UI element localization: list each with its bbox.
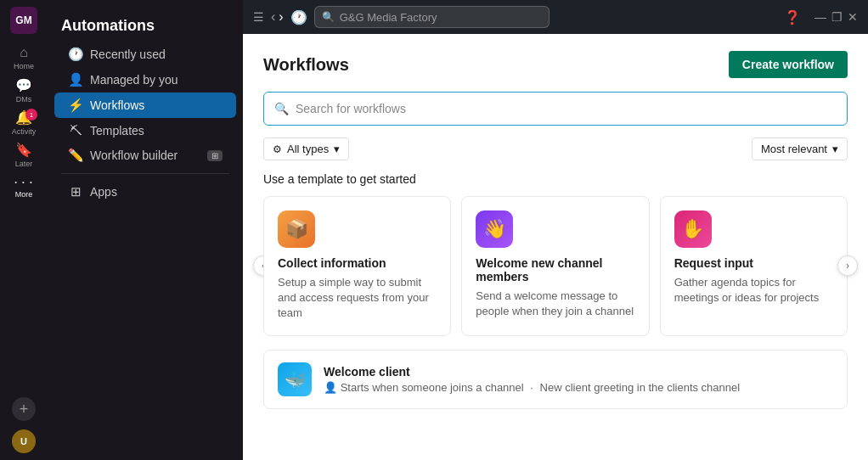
search-bar[interactable]: 🔍 G&G Media Factory: [314, 6, 550, 28]
main-area: ☰ ‹ › 🕐 🔍 G&G Media Factory ❓ — ❐ ✕ Work…: [243, 0, 868, 460]
workflows-content: Workflows Create workflow 🔍 ⚙ All types …: [243, 34, 868, 460]
dms-label: DMs: [16, 95, 32, 104]
welcome-members-title: Welcome new channel members: [476, 256, 634, 283]
create-workflow-button[interactable]: Create workflow: [729, 51, 848, 78]
collect-info-title: Collect information: [278, 256, 437, 270]
later-label: Later: [15, 160, 33, 168]
recently-used-label: Recently used: [90, 48, 223, 61]
home-label: Home: [14, 62, 34, 70]
history-icon[interactable]: 🕐: [290, 9, 307, 25]
collect-info-desc: Setup a simple way to submit and access …: [278, 275, 437, 322]
sidebar-item-managed-by-you[interactable]: 👤 Managed by you: [54, 67, 236, 93]
minimize-icon[interactable]: —: [814, 10, 826, 24]
window-controls: — ❐ ✕: [814, 10, 858, 24]
clock-icon: 🕐: [68, 47, 83, 62]
request-input-icon: ✋: [674, 210, 712, 248]
sidebar-item-more[interactable]: ··· More: [8, 171, 39, 202]
top-bar: ☰ ‹ › 🕐 🔍 G&G Media Factory ❓ — ❐ ✕: [243, 0, 868, 34]
apps-grid-icon: ⊞: [68, 184, 83, 199]
filter-label: All types: [287, 143, 329, 155]
templates-label: Templates: [90, 124, 223, 137]
search-icon: 🔍: [322, 11, 335, 23]
close-icon[interactable]: ✕: [848, 10, 858, 24]
search-workflows-input-container[interactable]: 🔍: [263, 92, 848, 126]
person-icon: 👤: [68, 72, 83, 87]
workflows-list: 🐳 Welcome client 👤 Starts when someone j…: [263, 350, 848, 409]
relevance-sort-button[interactable]: Most relevant ▾: [752, 137, 848, 160]
workflow-item-welcome-client[interactable]: 🐳 Welcome client 👤 Starts when someone j…: [263, 350, 848, 409]
dms-icon: 💬: [15, 77, 32, 93]
sidebar-title: Automations: [48, 7, 243, 42]
template-card-welcome-members[interactable]: 👋 Welcome new channel members Send a wel…: [461, 196, 649, 336]
page-title: Workflows: [263, 55, 349, 75]
more-label: More: [15, 190, 33, 199]
sidebar-item-templates[interactable]: ⛏ Templates: [54, 118, 236, 143]
later-icon: 🔖: [15, 142, 32, 158]
add-workspace-button[interactable]: +: [12, 397, 36, 421]
home-icon: ⌂: [20, 45, 28, 60]
thin-navigation: GM ⌂ Home 💬 DMs 🔔 1 Activity 🔖 Later ···…: [0, 0, 48, 460]
filter-chevron-icon: ▾: [334, 143, 340, 155]
workflow-builder-badge: ⊞: [207, 150, 223, 161]
welcome-client-desc: 👤 Starts when someone joins a channel · …: [324, 381, 833, 394]
request-input-desc: Gather agenda topics for meetings or ide…: [674, 275, 833, 306]
workspace-avatar[interactable]: GM: [10, 7, 37, 34]
relevance-chevron-icon: ▾: [832, 143, 838, 155]
relevance-label: Most relevant: [761, 143, 827, 155]
template-section-title: Use a template to get started: [263, 172, 848, 186]
sidebar-item-apps[interactable]: ⊞ Apps: [54, 179, 236, 205]
templates-grid: 📦 Collect information Setup a simple way…: [263, 196, 848, 336]
content-header: Workflows Create workflow: [263, 51, 848, 78]
welcome-client-info: Welcome client 👤 Starts when someone joi…: [324, 365, 833, 394]
separator-dot: ·: [530, 381, 533, 394]
sidebar-item-home[interactable]: ⌂ Home: [8, 42, 39, 73]
more-icon: ···: [13, 176, 35, 188]
search-workflows-input[interactable]: [296, 102, 837, 115]
welcome-client-trigger: Starts when someone joins a channel: [341, 381, 524, 394]
sidebar-item-later[interactable]: 🔖 Later: [8, 139, 39, 170]
templates-wrapper: ‹ 📦 Collect information Setup a simple w…: [263, 196, 848, 336]
sidebar-item-dms[interactable]: 💬 DMs: [8, 75, 39, 105]
template-card-collect-info[interactable]: 📦 Collect information Setup a simple way…: [263, 196, 451, 336]
welcome-members-desc: Send a welcome message to people when th…: [476, 289, 634, 319]
forward-arrow-icon[interactable]: ›: [279, 9, 283, 25]
automations-sidebar: Automations 🕐 Recently used 👤 Managed by…: [48, 0, 243, 460]
activity-label: Activity: [12, 127, 37, 136]
filter-icon: ⚙: [273, 143, 282, 155]
search-text: G&G Media Factory: [340, 11, 437, 24]
maximize-icon[interactable]: ❐: [831, 10, 843, 24]
sidebar-item-activity[interactable]: 🔔 1 Activity: [8, 107, 39, 137]
apps-label: Apps: [90, 185, 223, 199]
managed-by-you-label: Managed by you: [90, 73, 223, 87]
welcome-client-icon: 🐳: [278, 362, 312, 396]
filter-row: ⚙ All types ▾ Most relevant ▾: [263, 137, 848, 160]
activity-badge: 1: [25, 109, 37, 121]
lightning-icon: ⚡: [68, 98, 83, 113]
all-types-filter-button[interactable]: ⚙ All types ▾: [263, 137, 349, 160]
sidebar-item-recently-used[interactable]: 🕐 Recently used: [54, 42, 236, 67]
request-input-title: Request input: [674, 256, 833, 270]
welcome-client-title: Welcome client: [324, 365, 833, 379]
sidebar-item-workflow-builder[interactable]: ✏️ Workflow builder ⊞: [54, 143, 236, 168]
template-icon: ⛏: [68, 123, 83, 137]
workflow-builder-label: Workflow builder: [90, 149, 200, 162]
carousel-right-arrow[interactable]: ›: [837, 255, 858, 276]
pencil-icon: ✏️: [68, 148, 83, 163]
template-section: Use a template to get started ‹ 📦 Collec…: [263, 172, 848, 336]
back-arrow-icon[interactable]: ‹: [271, 9, 275, 25]
template-card-request-input[interactable]: ✋ Request input Gather agenda topics for…: [660, 196, 848, 336]
nav-arrows: ‹ ›: [271, 9, 284, 25]
workflows-label: Workflows: [90, 98, 223, 112]
user-avatar[interactable]: U: [12, 429, 36, 453]
search-workflows-icon: 🔍: [274, 102, 289, 115]
welcome-client-person-icon: 👤: [324, 381, 337, 394]
help-icon[interactable]: ❓: [784, 9, 801, 25]
sidebar-item-workflows[interactable]: ⚡ Workflows: [54, 93, 236, 118]
welcome-members-icon: 👋: [476, 210, 513, 248]
welcome-client-action: New client greeting in the clients chann…: [540, 381, 741, 394]
collect-info-icon: 📦: [278, 210, 315, 248]
hamburger-icon[interactable]: ☰: [253, 10, 264, 24]
